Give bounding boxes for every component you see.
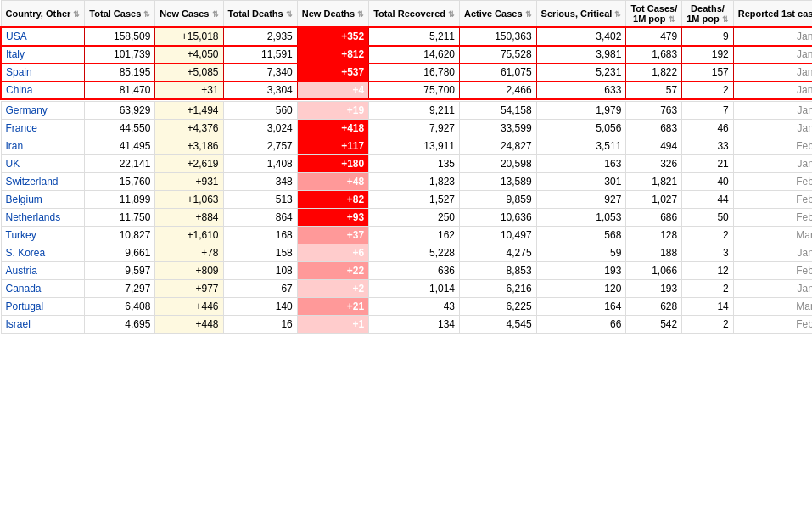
first-case-cell: Mar 09 — [733, 226, 812, 244]
col-header-0[interactable]: Country, Other ⇅ — [1, 1, 85, 28]
total-cases-cell: 6,408 — [85, 297, 155, 315]
country-link[interactable]: China — [6, 84, 32, 96]
country-link[interactable]: Israel — [6, 318, 31, 330]
country-link[interactable]: Spain — [6, 66, 32, 78]
total-recovered-cell: 5,228 — [369, 244, 460, 261]
total-recovered-cell: 13,911 — [369, 137, 460, 154]
total-recovered-cell: 5,211 — [369, 27, 460, 46]
country-link[interactable]: Switzerland — [6, 176, 59, 188]
country-cell: Netherlands — [1, 208, 85, 226]
active-cases-cell: 8,853 — [460, 261, 537, 279]
new-deaths-cell: +22 — [297, 261, 368, 279]
table-row: UK22,141+2,6191,408+18013520,59816332621… — [1, 154, 812, 172]
total-cases-cell: 9,661 — [85, 244, 155, 261]
new-deaths-cell: +117 — [297, 137, 368, 154]
deaths-1m-cell: 2 — [682, 226, 734, 244]
new-deaths-cell: +21 — [297, 297, 368, 315]
serious-cell: 1,053 — [536, 208, 626, 226]
serious-cell: 5,056 — [536, 119, 626, 137]
country-link[interactable]: UK — [6, 158, 20, 170]
total-cases-cell: 81,470 — [85, 81, 155, 100]
serious-cell: 164 — [536, 297, 626, 315]
total-recovered-cell: 7,927 — [369, 119, 460, 137]
active-cases-cell: 61,075 — [460, 64, 537, 81]
serious-cell: 3,981 — [536, 46, 626, 64]
first-case-cell: Feb 18 — [733, 137, 812, 154]
first-case-cell: Jan 10 — [733, 81, 812, 100]
country-link[interactable]: Belgium — [6, 193, 42, 205]
deaths-1m-cell: 12 — [682, 261, 734, 279]
new-cases-cell: +1,494 — [155, 101, 223, 119]
serious-cell: 193 — [536, 261, 626, 279]
first-case-cell: Feb 24 — [733, 261, 812, 279]
table-row: Turkey10,827+1,610168+3716210,4975681282… — [1, 226, 812, 244]
country-link[interactable]: Iran — [6, 140, 24, 152]
country-cell: Portugal — [1, 297, 85, 315]
total-recovered-cell: 9,211 — [369, 101, 460, 119]
new-cases-cell: +5,085 — [155, 64, 223, 81]
total-recovered-cell: 43 — [369, 297, 460, 315]
table-row: Spain85,195+5,0857,340+53716,78061,0755,… — [1, 64, 812, 81]
deaths-1m-cell: 46 — [682, 119, 734, 137]
country-link[interactable]: France — [6, 122, 37, 134]
table-row: France44,550+4,3763,024+4187,92733,5995,… — [1, 119, 812, 137]
col-header-10[interactable]: Reported 1st case ⇅ — [733, 1, 812, 28]
tot-cases-1m-cell: 1,822 — [626, 64, 682, 81]
tot-cases-1m-cell: 763 — [626, 101, 682, 119]
covid-data-table: Country, Other ⇅Total Cases ⇅New Cases ⇅… — [0, 0, 812, 334]
total-recovered-cell: 134 — [369, 315, 460, 333]
new-cases-cell: +1,063 — [155, 190, 223, 208]
new-deaths-cell: +48 — [297, 172, 368, 190]
new-deaths-cell: +93 — [297, 208, 368, 226]
tot-cases-1m-cell: 683 — [626, 119, 682, 137]
serious-cell: 3,511 — [536, 137, 626, 154]
country-link[interactable]: Germany — [6, 104, 48, 116]
total-cases-cell: 9,597 — [85, 261, 155, 279]
new-cases-cell: +977 — [155, 279, 223, 297]
first-case-cell: Jan 26 — [733, 101, 812, 119]
col-header-6[interactable]: Active Cases ⇅ — [460, 1, 537, 28]
country-link[interactable]: Austria — [6, 265, 37, 277]
total-cases-cell: 11,899 — [85, 190, 155, 208]
country-link[interactable]: USA — [6, 31, 27, 42]
total-deaths-cell: 168 — [223, 226, 297, 244]
active-cases-cell: 4,275 — [460, 244, 537, 261]
first-case-cell: Mar 01 — [733, 297, 812, 315]
serious-cell: 1,979 — [536, 101, 626, 119]
deaths-1m-cell: 44 — [682, 190, 734, 208]
total-cases-cell: 22,141 — [85, 154, 155, 172]
country-link[interactable]: Turkey — [6, 229, 36, 241]
total-recovered-cell: 250 — [369, 208, 460, 226]
col-header-7[interactable]: Serious, Critical ⇅ — [536, 1, 626, 28]
col-header-8[interactable]: Tot Cases/ 1M pop ⇅ — [626, 1, 682, 28]
new-deaths-cell: +812 — [297, 46, 368, 64]
country-link[interactable]: S. Korea — [6, 247, 46, 259]
tot-cases-1m-cell: 686 — [626, 208, 682, 226]
country-cell: Austria — [1, 261, 85, 279]
sort-icon: ⇅ — [722, 15, 729, 24]
total-deaths-cell: 158 — [223, 244, 297, 261]
new-deaths-cell: +6 — [297, 244, 368, 261]
col-header-3[interactable]: Total Deaths ⇅ — [223, 1, 297, 28]
country-link[interactable]: Portugal — [6, 300, 44, 312]
col-header-1[interactable]: Total Cases ⇅ — [85, 1, 155, 28]
total-deaths-cell: 560 — [223, 101, 297, 119]
col-header-4[interactable]: New Deaths ⇅ — [297, 1, 368, 28]
first-case-cell: Jan 30 — [733, 154, 812, 172]
first-case-cell: Feb 20 — [733, 315, 812, 333]
col-header-5[interactable]: Total Recovered ⇅ — [369, 1, 460, 28]
country-cell: Germany — [1, 101, 85, 119]
table-row: China81,470+313,304+475,7002,466633572Ja… — [1, 81, 812, 100]
deaths-1m-cell: 3 — [682, 244, 734, 261]
total-recovered-cell: 1,527 — [369, 190, 460, 208]
col-header-9[interactable]: Deaths/ 1M pop ⇅ — [682, 1, 734, 28]
table-row: S. Korea9,661+78158+65,2284,275591883Jan… — [1, 244, 812, 261]
col-header-2[interactable]: New Cases ⇅ — [155, 1, 223, 28]
first-case-cell: Feb 03 — [733, 190, 812, 208]
sort-icon: ⇅ — [73, 10, 80, 19]
country-link[interactable]: Italy — [6, 48, 25, 60]
country-link[interactable]: Netherlands — [6, 211, 61, 223]
serious-cell: 927 — [536, 190, 626, 208]
country-link[interactable]: Canada — [6, 283, 42, 294]
table-row: Switzerland15,760+931348+481,82313,58930… — [1, 172, 812, 190]
